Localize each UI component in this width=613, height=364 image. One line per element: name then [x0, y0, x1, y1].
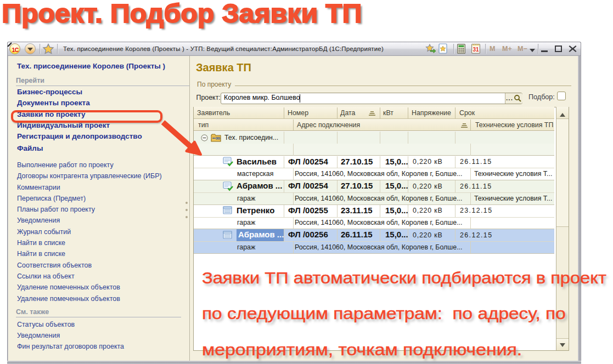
svg-text:31: 31 — [473, 47, 479, 53]
